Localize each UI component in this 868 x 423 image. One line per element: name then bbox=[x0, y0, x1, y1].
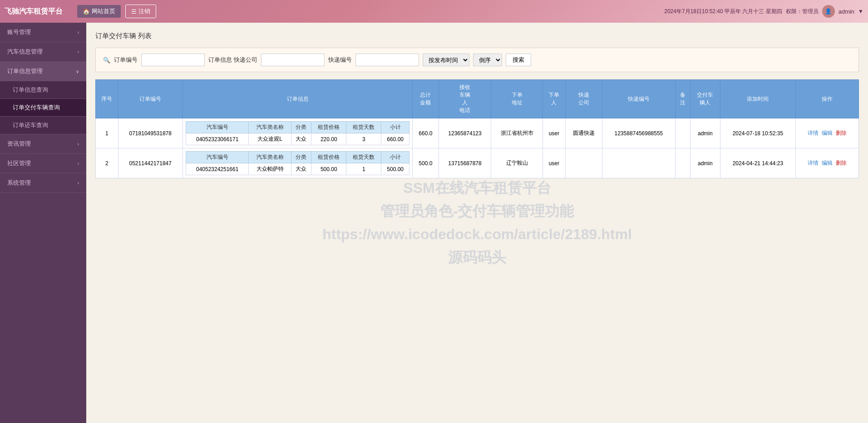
logout-icon: ☰ bbox=[131, 8, 137, 15]
inner-col-car-no: 汽车编号 bbox=[186, 152, 248, 163]
inner-cell-car-no: 04052324251661 bbox=[186, 163, 248, 175]
sidebar-subitem-order-return[interactable]: 订单还车查询 bbox=[0, 117, 86, 134]
detail-link[interactable]: 详情 bbox=[808, 130, 819, 136]
cell-order-person: user bbox=[543, 118, 566, 148]
inner-col-subtotal: 小计 bbox=[381, 122, 409, 133]
express-no-label: 快递编号 bbox=[328, 56, 352, 64]
order-info-input[interactable] bbox=[261, 54, 325, 66]
admin-label: admin bbox=[838, 8, 854, 15]
inner-col-car-type-name: 汽车类名称 bbox=[249, 152, 291, 163]
inner-cell-subtotal: 500.00 bbox=[381, 163, 409, 175]
admin-dropdown-icon[interactable]: ▼ bbox=[858, 8, 863, 15]
col-action: 操作 bbox=[796, 80, 859, 118]
col-add-time: 添加时间 bbox=[720, 80, 796, 118]
cell-add-time: 2024-04-21 14:44:23 bbox=[720, 148, 796, 178]
cell-order-person: user bbox=[543, 148, 566, 178]
cell-actions: 详情 编辑 删除 bbox=[796, 118, 859, 148]
sidebar-item-system[interactable]: 系统管理 › bbox=[0, 173, 86, 193]
order-no-label: 订单编号 bbox=[114, 56, 138, 64]
sidebar-item-news[interactable]: 资讯管理 › bbox=[0, 134, 86, 154]
cell-actions: 详情 编辑 删除 bbox=[796, 148, 859, 178]
header-right: 2024年7月18日10:52:40 甲辰年 六月十三 星期四 权限：管理员 👤… bbox=[664, 5, 863, 18]
cell-express-company: 圆通快递 bbox=[565, 118, 602, 148]
express-no-input[interactable] bbox=[355, 54, 419, 66]
order-info-label: 订单信息 快递公司 bbox=[208, 56, 257, 64]
cell-order-info: 汽车编号 汽车类名称 分类 租赁价格 租货天数 小计 0 bbox=[182, 118, 412, 148]
inner-cell-price: 220.00 bbox=[311, 133, 346, 145]
logout-button[interactable]: ☰ 注销 bbox=[125, 5, 156, 18]
edit-link[interactable]: 编辑 bbox=[822, 160, 833, 166]
cell-total: 500.0 bbox=[413, 148, 439, 178]
datetime-display: 2024年7月18日10:52:40 甲辰年 六月十三 星期四 bbox=[664, 8, 782, 15]
sidebar: 账号管理 › 汽车信息管理 › 订单信息管理 ∨ 订单信息查询 订单交付车辆查询… bbox=[0, 23, 86, 423]
page-title: 订单交付车辆 列表 bbox=[95, 32, 859, 40]
delete-link[interactable]: 删除 bbox=[836, 130, 847, 136]
cell-express-company bbox=[565, 148, 602, 178]
cell-order-no: 05211442171847 bbox=[118, 148, 182, 178]
inner-cell-price: 500.00 bbox=[311, 163, 346, 175]
sort-by-select[interactable]: 按发布时间 bbox=[423, 54, 469, 66]
cell-seq: 2 bbox=[96, 148, 118, 178]
inner-col-days: 租货天数 bbox=[346, 122, 381, 133]
home-button[interactable]: 🏠 网站首页 bbox=[77, 5, 121, 18]
sidebar-item-community[interactable]: 社区管理 › bbox=[0, 154, 86, 173]
table-row: 2 05211442171847 汽车编号 汽车类名称 分类 租赁价格 租货天数 bbox=[96, 148, 859, 178]
sort-order-select[interactable]: 倒序 正序 bbox=[473, 54, 502, 66]
sidebar-subitem-order-query[interactable]: 订单信息查询 bbox=[0, 81, 86, 99]
cell-seq: 1 bbox=[96, 118, 118, 148]
cell-total: 660.0 bbox=[413, 118, 439, 148]
sidebar-item-car-info[interactable]: 汽车信息管理 › bbox=[0, 42, 86, 62]
inner-table-row: 04052323066171 大众途观L 大众 220.00 3 660.00 bbox=[186, 133, 409, 145]
chevron-right-icon: › bbox=[78, 181, 79, 186]
col-express-no: 快递编号 bbox=[602, 80, 675, 118]
inner-col-car-type-name: 汽车类名称 bbox=[249, 122, 291, 133]
home-icon: 🏠 bbox=[83, 8, 90, 15]
inner-col-price: 租赁价格 bbox=[311, 152, 346, 163]
sidebar-item-order-info[interactable]: 订单信息管理 ∨ bbox=[0, 62, 86, 81]
cell-add-time: 2024-07-18 10:52:35 bbox=[720, 118, 796, 148]
cell-order-info: 汽车编号 汽车类名称 分类 租赁价格 租货天数 小计 0 bbox=[182, 148, 412, 178]
col-order-info: 订单信息 bbox=[182, 80, 412, 118]
search-bar: 🔍 订单编号 订单信息 快递公司 快递编号 按发布时间 倒序 正序 搜索 bbox=[95, 48, 859, 72]
avatar: 👤 bbox=[822, 5, 835, 18]
col-receiver-phone: 接收车辆人电话 bbox=[439, 80, 491, 118]
cell-express-no bbox=[602, 148, 675, 178]
cell-receiver-phone: 13715687878 bbox=[439, 148, 491, 178]
cell-address: 辽宁鞍山 bbox=[491, 148, 543, 178]
col-deliver-person: 交付车辆人 bbox=[690, 80, 720, 118]
cell-deliver-person: admin bbox=[690, 118, 720, 148]
inner-cell-car-name: 大众帕萨特 bbox=[249, 163, 291, 175]
chevron-right-icon: › bbox=[78, 161, 79, 166]
table-row: 1 07181049531878 汽车编号 汽车类名称 分类 租赁价格 租货天数 bbox=[96, 118, 859, 148]
col-total: 总计金额 bbox=[413, 80, 439, 118]
inner-col-price: 租赁价格 bbox=[311, 122, 346, 133]
edit-link[interactable]: 编辑 bbox=[822, 130, 833, 136]
col-express-company: 快递公司 bbox=[565, 80, 602, 118]
delete-link[interactable]: 删除 bbox=[836, 160, 847, 166]
inner-cell-car-no: 04052323066171 bbox=[186, 133, 248, 145]
detail-link[interactable]: 详情 bbox=[808, 160, 819, 166]
col-note: 备注 bbox=[675, 80, 690, 118]
inner-cell-days: 1 bbox=[346, 163, 381, 175]
inner-col-category: 分类 bbox=[291, 122, 311, 133]
col-seq: 序号 bbox=[96, 80, 118, 118]
inner-col-car-no: 汽车编号 bbox=[186, 122, 248, 133]
sidebar-subitem-order-vehicle[interactable]: 订单交付车辆查询 bbox=[0, 99, 86, 117]
inner-col-subtotal: 小计 bbox=[381, 152, 409, 163]
order-no-input[interactable] bbox=[141, 54, 205, 66]
search-button[interactable]: 搜索 bbox=[506, 54, 531, 66]
permission-display: 权限：管理员 bbox=[786, 8, 819, 15]
cell-order-no: 07181049531878 bbox=[118, 118, 182, 148]
chevron-right-icon: › bbox=[78, 142, 79, 147]
inner-table-row: 04052324251661 大众帕萨特 大众 500.00 1 500.00 bbox=[186, 163, 409, 175]
cell-receiver-phone: 12365874123 bbox=[439, 118, 491, 148]
inner-cell-category: 大众 bbox=[291, 163, 311, 175]
inner-cell-subtotal: 660.00 bbox=[381, 133, 409, 145]
chevron-right-icon: › bbox=[78, 30, 79, 35]
data-table: 序号 订单编号 订单信息 总计金额 接收车辆人电话 下单地址 下单人 快递公司 … bbox=[95, 79, 859, 178]
cell-express-no: 1235887456988555 bbox=[602, 118, 675, 148]
main-layout: 账号管理 › 汽车信息管理 › 订单信息管理 ∨ 订单信息查询 订单交付车辆查询… bbox=[0, 23, 868, 423]
cell-note bbox=[675, 148, 690, 178]
sidebar-item-accounts[interactable]: 账号管理 › bbox=[0, 23, 86, 42]
logo: 飞驰汽车租赁平台 bbox=[5, 7, 68, 16]
